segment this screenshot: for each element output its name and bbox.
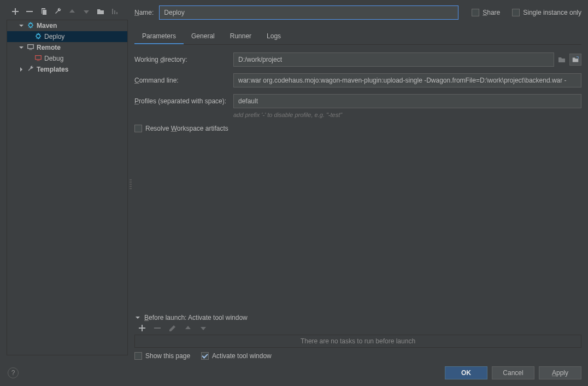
show-page-checkbox[interactable]: Show this page [134,352,190,360]
edit-icon[interactable] [168,324,177,332]
browse-folder-icon[interactable] [557,55,566,64]
debug-icon [34,54,42,63]
activate-tool-checkbox[interactable]: Activate tool window [201,352,272,360]
tree-group-remote[interactable]: Remote [7,42,127,53]
share-checkbox[interactable]: SSharehare [472,9,500,16]
maven-icon [34,32,42,42]
insert-path-icon[interactable] [569,54,581,66]
before-launch-list: There are no tasks to run before launch [134,335,581,348]
tree-group-templates[interactable]: Templates [7,64,127,75]
apply-button[interactable]: ApplyApply [539,366,581,379]
single-instance-label: Single instance only [523,9,581,16]
maven-icon [27,21,34,31]
sidebar-toolbar [7,4,128,19]
name-input[interactable] [159,5,458,20]
remove-icon[interactable] [25,7,34,16]
profiles-input[interactable] [233,94,581,108]
chevron-down-icon [134,314,141,321]
move-up-icon[interactable] [68,7,77,16]
before-launch-header[interactable]: Before launch: Activate tool window Befo… [134,314,581,321]
tab-logs[interactable]: Logs [259,29,289,44]
command-line-input[interactable] [233,73,581,87]
move-down-icon[interactable] [199,324,208,332]
chevron-right-icon [18,66,25,73]
sort-icon[interactable] [110,7,119,16]
chevron-down-icon [18,22,25,29]
settings-wrench-icon[interactable] [54,7,62,16]
tree-label: Debug [44,55,63,62]
config-tree: Maven Deploy Remote Debug Templates [7,20,128,355]
move-down-icon[interactable] [82,7,91,16]
tree-label: Deploy [44,33,64,40]
folder-icon[interactable] [96,7,105,16]
add-icon[interactable] [138,324,146,332]
add-icon[interactable] [11,7,20,16]
remove-icon[interactable] [153,324,162,332]
copy-icon[interactable] [39,7,48,16]
tree-label: Maven [37,22,57,30]
name-label: Name: [134,9,154,16]
tree-item-debug[interactable]: Debug [7,53,127,64]
tab-runner[interactable]: Runner [222,29,259,44]
profiles-label: Profiles (separated with space): [134,97,230,105]
before-launch-toolbar [134,321,581,335]
profiles-hint: add prefix '-' to disable profile, e.g. … [233,112,581,118]
tree-label: Templates [37,66,68,73]
svg-rect-0 [28,44,34,48]
working-dir-label: Working directory: [134,56,230,63]
chevron-down-icon [18,44,25,51]
resolve-workspace-checkbox[interactable]: Resolve Workspace artifacts [134,125,228,132]
tabs: Parameters General Runner Logs [134,28,581,45]
help-button[interactable]: ? [8,367,19,378]
svg-rect-1 [36,55,42,59]
ok-button[interactable]: OK [445,366,487,379]
tab-parameters[interactable]: Parameters [134,29,184,44]
wrench-icon [27,65,34,74]
tree-label: Remote [37,44,61,51]
split-handle[interactable] [129,4,132,355]
cancel-button[interactable]: Cancel [492,366,534,379]
tree-item-deploy[interactable]: Deploy [7,31,127,42]
move-up-icon[interactable] [184,324,192,332]
tree-group-maven[interactable]: Maven [7,20,127,31]
remote-icon [27,43,34,52]
before-launch-empty: There are no tasks to run before launch [301,337,415,345]
working-dir-input[interactable] [233,52,554,67]
command-line-label: Command line: [134,77,230,84]
tab-general[interactable]: General [184,29,222,44]
single-instance-checkbox[interactable]: Single instance only [512,9,581,16]
